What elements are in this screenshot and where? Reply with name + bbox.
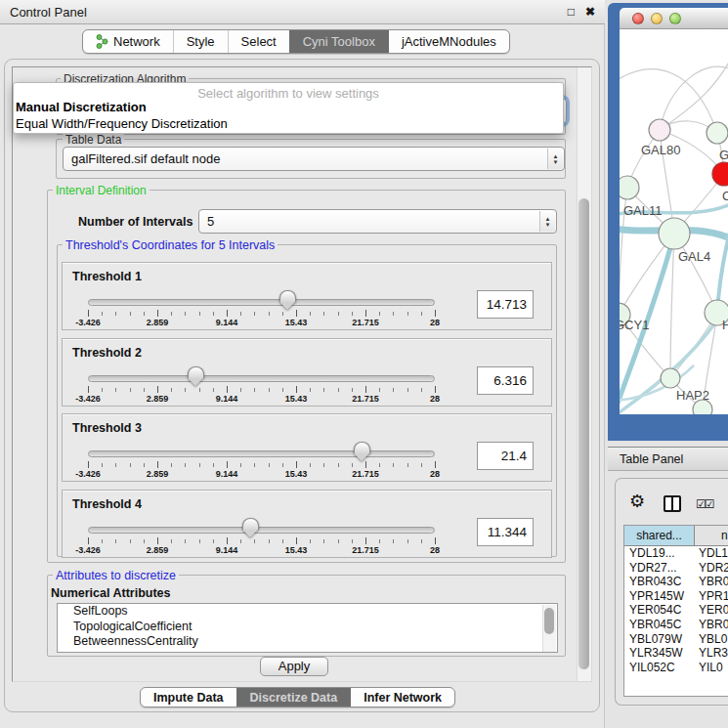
tick-mark <box>171 388 172 392</box>
table-row[interactable]: YER054CYER0 <box>624 603 728 618</box>
tick-mark <box>379 388 380 392</box>
column-checkboxes-icon[interactable]: ☑☑ <box>696 497 713 511</box>
network-node[interactable] <box>712 162 728 186</box>
network-node[interactable] <box>661 368 680 388</box>
threshold-value-box[interactable]: 21.4 <box>477 442 534 470</box>
list-scrollbar-thumb[interactable] <box>544 608 554 634</box>
table-row[interactable]: YBL079WYBL0 <box>624 632 728 647</box>
table-row[interactable]: YLR345WYLR3 <box>624 646 728 661</box>
threshold-label: Threshold 4 <box>72 497 142 511</box>
threshold-value-box[interactable]: 14.713 <box>477 290 534 319</box>
column-header-shared-name[interactable]: shared... <box>624 526 695 545</box>
node-label: H <box>722 318 728 332</box>
tick-mark <box>296 537 297 544</box>
tab-jactivemnodules[interactable]: jActiveMNodules <box>388 30 509 53</box>
tick-mark <box>310 463 311 467</box>
table-row[interactable]: YPR145WYPR1 <box>624 589 728 604</box>
split-table-icon[interactable] <box>664 495 681 512</box>
tick-label: 2.859 <box>147 394 169 404</box>
tick-mark <box>269 312 270 316</box>
tab-label: Impute Data <box>153 691 224 705</box>
cell-shared-name: YIL052C <box>624 661 695 675</box>
zoom-traffic-light-icon[interactable] <box>669 13 681 24</box>
control-panel-window: Control Panel □ ✖ NetworkStyleSelectCyni… <box>0 0 605 728</box>
tick-mark <box>435 310 436 317</box>
close-traffic-light-icon[interactable] <box>632 13 644 24</box>
slider-thumb-cap <box>354 442 370 453</box>
threshold-value-box[interactable]: 11.344 <box>477 518 534 546</box>
slider-track[interactable] <box>88 299 435 306</box>
apply-button[interactable]: Apply <box>260 657 328 676</box>
table-row[interactable]: YDR27...YDR2 <box>624 561 728 576</box>
tick-mark <box>323 388 324 392</box>
vertical-scrollbar-thumb[interactable] <box>578 198 589 669</box>
network-node[interactable] <box>620 176 639 199</box>
table-panel-titlebar[interactable]: Table Panel <box>608 447 728 471</box>
threshold-value-box[interactable]: 6.316 <box>477 366 534 395</box>
gear-icon[interactable]: ⚙ <box>629 492 645 510</box>
table-row[interactable]: YIL052CYIL0 <box>624 661 728 675</box>
slider-track[interactable] <box>88 527 435 534</box>
network-canvas[interactable]: GAL80GCGAL11GAL4GCY1HHAP2 <box>620 29 728 414</box>
tick-mark <box>269 388 270 392</box>
network-node[interactable] <box>693 400 712 414</box>
tab-cyni-toolbox[interactable]: Cyni Toolbox <box>289 30 388 53</box>
slider-tick-labels: -3.4262.8599.14415.4321.71528 <box>88 545 435 556</box>
tick-mark <box>185 388 186 392</box>
tab-select[interactable]: Select <box>228 30 289 53</box>
slider-thumb[interactable] <box>354 442 370 462</box>
numerical-attributes-list[interactable]: SelfLoopsTopologicalCoefficientBetweenne… <box>57 603 558 653</box>
network-view-window[interactable]: GAL80GCGAL11GAL4GCY1HHAP2 <box>608 3 728 441</box>
slider-thumb[interactable] <box>242 518 259 538</box>
column-header-name[interactable]: na <box>695 526 728 545</box>
tick-mark <box>338 388 339 392</box>
list-scrollbar-track[interactable] <box>542 605 556 652</box>
slider-thumb[interactable] <box>279 290 296 311</box>
number-of-intervals-label: Number of Intervals <box>78 215 193 229</box>
slider-thumb[interactable] <box>188 366 204 387</box>
network-node[interactable] <box>707 122 728 144</box>
network-node[interactable] <box>649 119 670 141</box>
table-row[interactable]: YBR045CYBR0 <box>624 618 728 632</box>
float-window-icon[interactable]: □ <box>568 5 575 19</box>
algorithm-prompt-option[interactable]: Select algorithm to view settings <box>14 83 563 100</box>
tick-mark <box>102 539 103 543</box>
tab-infer-network[interactable]: Infer Network <box>350 688 454 707</box>
table-row[interactable]: YDL19...YDL1 <box>624 546 728 561</box>
network-node[interactable] <box>659 218 690 249</box>
algorithm-option-equal-width-frequency-discretization[interactable]: Equal Width/Frequency Discretization <box>14 116 563 133</box>
table-data-combobox[interactable]: galFiltered.sif default node ▲▼ <box>63 147 565 171</box>
tick-mark <box>352 539 353 543</box>
tab-label: jActiveMNodules <box>402 34 496 49</box>
tick-mark <box>323 463 324 467</box>
tab-style[interactable]: Style <box>173 30 228 53</box>
tab-network[interactable]: Network <box>83 30 173 53</box>
tab-discretize-data[interactable]: Discretize Data <box>236 688 351 707</box>
tick-mark <box>144 463 145 467</box>
tick-mark <box>199 312 200 316</box>
table-panel-title: Table Panel <box>620 452 683 466</box>
close-icon[interactable]: ✖ <box>585 5 595 19</box>
slider-ticks <box>88 386 435 394</box>
network-window-titlebar[interactable] <box>620 8 728 29</box>
slider-ticks <box>88 461 435 469</box>
tab-label: Style <box>187 34 215 49</box>
tab-impute-data[interactable]: Impute Data <box>141 688 236 707</box>
tab-label: Network <box>113 34 160 49</box>
number-of-intervals-combobox[interactable]: 5 ▲▼ <box>198 209 557 234</box>
tick-mark <box>254 388 255 392</box>
tick-label: 9.144 <box>216 394 238 404</box>
attribute-item-betweennesscentrality[interactable]: BetweennessCentrality <box>58 634 557 650</box>
combo-stepper-icon[interactable]: ▲▼ <box>539 211 555 232</box>
attribute-item-selfloops[interactable]: SelfLoops <box>58 604 557 620</box>
algorithm-option-manual-discretization[interactable]: Manual Discretization <box>14 100 563 116</box>
tick-mark <box>144 539 145 543</box>
attribute-items: SelfLoopsTopologicalCoefficientBetweenne… <box>58 604 557 650</box>
combo-stepper-icon[interactable]: ▲▼ <box>547 149 563 169</box>
slider-track[interactable] <box>88 450 435 457</box>
tick-mark <box>365 461 366 468</box>
table-row[interactable]: YBR043CYBR0 <box>624 575 728 589</box>
slider-track[interactable] <box>88 375 435 382</box>
minimize-traffic-light-icon[interactable] <box>651 13 663 24</box>
attribute-item-topologicalcoefficient[interactable]: TopologicalCoefficient <box>58 620 557 635</box>
